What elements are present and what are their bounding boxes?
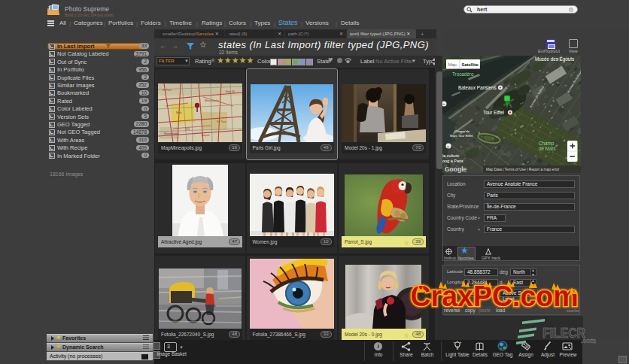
svg-text:la culture: la culture: [442, 153, 459, 158]
svg-text:Champ de: Champ de: [454, 129, 470, 133]
svg-text:Mpls: Mpls: [176, 111, 182, 114]
svg-text:H: H: [447, 145, 449, 149]
svg-text:Map Data | Terms of Use | Repo: Map Data | Terms of Use | Report a map e…: [486, 168, 560, 171]
svg-text:Tour Eiffel: Tour Eiffel: [483, 110, 504, 115]
svg-text:FILECR: FILECR: [542, 325, 585, 341]
svg-text:Bloomington: Bloomington: [164, 132, 179, 135]
svg-text:.com: .com: [581, 337, 596, 344]
svg-text:Satellite: Satellite: [462, 62, 479, 67]
svg-text:Mars Tour Eiffel: Mars Tour Eiffel: [450, 134, 473, 138]
svg-text:Musée des Égouts: Musée des Égouts: [535, 56, 574, 62]
svg-text:494: 494: [185, 128, 190, 131]
svg-text:St Paul: St Paul: [163, 89, 172, 92]
svg-text:Map: Map: [448, 62, 457, 67]
svg-text:Bateaux Parisiens: Bateaux Parisiens: [458, 85, 497, 90]
svg-text:St. Paul: St. Paul: [217, 120, 226, 123]
svg-text:CraxPC.com: CraxPC.com: [411, 280, 579, 312]
svg-text:Trocadéro: Trocadéro: [452, 71, 474, 77]
svg-text:Google: Google: [445, 165, 467, 173]
svg-text:Hwy 36: Hwy 36: [226, 90, 235, 93]
svg-text:de Mars: de Mars: [539, 146, 556, 151]
svg-text:Airport: Airport: [202, 134, 210, 137]
svg-text:oog à Paris: oog à Paris: [442, 159, 463, 163]
